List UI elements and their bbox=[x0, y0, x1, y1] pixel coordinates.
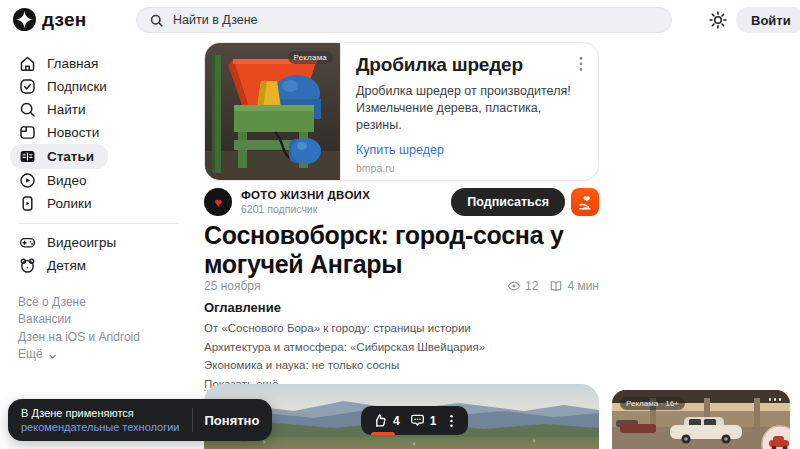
ad-title[interactable]: Дробилка шредер bbox=[356, 54, 584, 76]
sidebar-item-games[interactable]: Видеоигры bbox=[10, 231, 130, 254]
login-button[interactable]: Войти bbox=[736, 7, 800, 33]
sidebar-item-label: Видео bbox=[47, 173, 86, 188]
sun-icon bbox=[707, 17, 729, 34]
ad-cta-link[interactable]: Купить шредер bbox=[356, 143, 444, 157]
video-play-icon bbox=[18, 171, 37, 190]
sidebar-link-jobs[interactable]: Вакансии bbox=[18, 311, 196, 329]
table-of-contents: Оглавление От «Соснового Бора» к городу:… bbox=[204, 300, 599, 391]
sidebar-divider bbox=[18, 223, 178, 224]
bear-face-icon bbox=[18, 256, 37, 275]
article-title: Сосновоборск: город-сосна у могучей Анга… bbox=[204, 221, 604, 279]
notice-line1: В Дзене применяются bbox=[21, 407, 134, 419]
sidebar-item-video[interactable]: Видео bbox=[10, 169, 100, 192]
sidebar-link-more[interactable]: Ещё bbox=[18, 346, 196, 364]
theme-toggle-button[interactable] bbox=[707, 9, 729, 31]
sidebar-link-about[interactable]: Всё о Дзене bbox=[18, 293, 196, 311]
thumbs-up-icon bbox=[372, 412, 389, 429]
search-icon bbox=[18, 100, 37, 119]
news-icon bbox=[18, 123, 37, 142]
notice-accept-button[interactable]: Понятно bbox=[205, 413, 260, 428]
sidebar-footer-links: Всё о Дзене Вакансии Дзен на iOS и Andro… bbox=[18, 293, 196, 363]
toc-item[interactable]: Архитектура и атмосфера: «Сибирская Швей… bbox=[204, 341, 485, 353]
channel-avatar[interactable]: ♥ bbox=[204, 188, 232, 216]
heart-icon: ♥ bbox=[214, 196, 222, 209]
notice-technologies-link[interactable]: рекомендательные технологии bbox=[21, 421, 180, 433]
like-progress-indicator bbox=[371, 432, 395, 435]
floating-action-bar: 4 1 bbox=[361, 406, 468, 435]
toc-title: Оглавление bbox=[204, 300, 599, 315]
ad-menu-kebab-icon[interactable] bbox=[574, 56, 588, 72]
sidebar-item-label: Главная bbox=[47, 56, 98, 71]
chevron-down-icon bbox=[48, 350, 57, 359]
shorts-phone-play-icon bbox=[18, 194, 37, 213]
read-time: 4 мин bbox=[567, 279, 599, 293]
sidebar-item-home[interactable]: Главная bbox=[10, 52, 112, 75]
ad-body: Дробилка шредер Дробилка шредер от произ… bbox=[340, 43, 598, 180]
views-eye-icon bbox=[507, 279, 521, 293]
channel-subscribers: 6201 подписчик bbox=[241, 203, 370, 215]
sidebar-item-subscriptions[interactable]: Подписки bbox=[10, 75, 121, 98]
dzen-logo-icon bbox=[13, 8, 36, 31]
notice-text: В Дзене применяются рекомендательные тех… bbox=[21, 406, 180, 434]
channel-name[interactable]: ФОТО ЖИЗНИ ДВОИХ bbox=[241, 189, 370, 201]
donate-button[interactable] bbox=[571, 188, 599, 216]
more-options-kebab-icon[interactable] bbox=[445, 413, 457, 429]
toc-item[interactable]: Экономика и наука: не только сосны bbox=[204, 359, 399, 371]
comment-count: 1 bbox=[430, 414, 437, 428]
ad-age-badge: Реклама · 16+ bbox=[620, 397, 685, 410]
sidebar-link-more-label: Ещё bbox=[18, 347, 43, 361]
dzen-page: дзен Найти в Дзене Войти Гла bbox=[0, 0, 800, 449]
sidebar-item-label: Новости bbox=[47, 125, 99, 140]
sidebar-item-kids[interactable]: Детям bbox=[10, 254, 100, 277]
views-count: 12 bbox=[525, 279, 538, 293]
ad-options-dots-icon[interactable] bbox=[769, 398, 782, 401]
ad-label-badge: Реклама bbox=[288, 51, 334, 64]
sidebar-link-apps[interactable]: Дзен на iOS и Android bbox=[18, 328, 196, 346]
like-count: 4 bbox=[393, 414, 400, 428]
dzen-logo[interactable]: дзен bbox=[13, 8, 86, 31]
ad-domain: bmpa.ru bbox=[356, 162, 584, 174]
comment-bubble-icon bbox=[409, 412, 426, 429]
toc-item[interactable]: От «Соснового Бора» к городу: страницы и… bbox=[204, 322, 471, 334]
sidebar-item-label: Подписки bbox=[47, 79, 107, 94]
sidebar-item-shorts[interactable]: Ролики bbox=[10, 192, 106, 215]
hand-heart-icon bbox=[577, 194, 594, 211]
search-input[interactable]: Найти в Дзене bbox=[136, 7, 672, 33]
header: дзен Найти в Дзене Войти bbox=[0, 0, 800, 40]
home-icon bbox=[18, 54, 37, 73]
sidebar-item-label: Статьи bbox=[47, 149, 94, 164]
toast-divider bbox=[192, 408, 193, 432]
sidebar-item-label: Детям bbox=[47, 258, 86, 273]
sidebar-ad-card-cars[interactable]: Реклама · 16+ bbox=[612, 390, 790, 449]
article-meta-row: 25 ноября 12 4 мин bbox=[204, 279, 599, 293]
sidebar: Главная Подписки Найти Новости bbox=[0, 40, 196, 363]
sidebar-item-label: Найти bbox=[47, 102, 86, 117]
sidebar-item-label: Ролики bbox=[47, 196, 92, 211]
gamepad-icon bbox=[18, 233, 37, 252]
sidebar-item-articles[interactable]: Статьи bbox=[10, 144, 108, 169]
recommendation-notice-toast: В Дзене применяются рекомендательные тех… bbox=[8, 399, 272, 441]
sidebar-item-search[interactable]: Найти bbox=[10, 98, 100, 121]
ad-card[interactable]: Реклама Дробилка шредер Дробилка шредер … bbox=[204, 42, 599, 181]
ad-description: Дробилка шредер от производителя! Измель… bbox=[356, 83, 574, 134]
subscriptions-badge-icon bbox=[18, 77, 37, 96]
ad-image-shredder-machine: Реклама bbox=[205, 43, 340, 180]
sidebar-item-label: Видеоигры bbox=[47, 235, 116, 250]
article-date: 25 ноября bbox=[204, 279, 260, 293]
sidebar-item-news[interactable]: Новости bbox=[10, 121, 113, 144]
dzen-logo-text: дзен bbox=[42, 9, 86, 31]
read-time-book-icon bbox=[549, 279, 563, 293]
search-placeholder: Найти в Дзене bbox=[173, 13, 258, 27]
search-icon bbox=[149, 13, 164, 28]
articles-book-icon bbox=[18, 147, 37, 166]
channel-row: ♥ ФОТО ЖИЗНИ ДВОИХ 6201 подписчик Подпис… bbox=[204, 188, 599, 216]
like-button[interactable]: 4 bbox=[372, 412, 400, 429]
comments-button[interactable]: 1 bbox=[409, 412, 437, 429]
channel-meta: ФОТО ЖИЗНИ ДВОИХ 6201 подписчик bbox=[241, 189, 370, 215]
subscribe-button[interactable]: Подписаться bbox=[451, 188, 565, 216]
